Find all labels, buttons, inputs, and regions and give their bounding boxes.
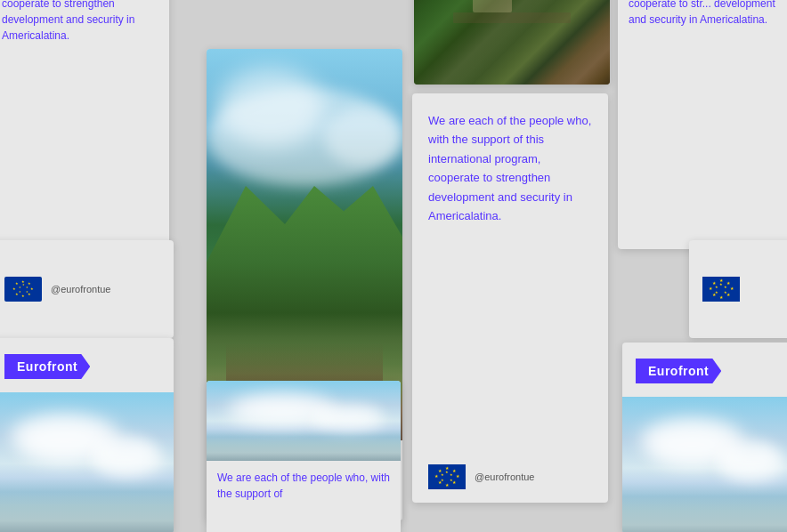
sky-photo-right — [622, 397, 787, 532]
svg-text:★: ★ — [26, 290, 28, 294]
eurofront-badge-right: Eurofront — [636, 359, 721, 383]
social-handle-left: @eurofrontue — [51, 284, 110, 294]
card-top-left: cooperate to strengthen development and … — [0, 0, 169, 249]
card-center-text: We are each of the people who, with the … — [412, 93, 608, 503]
social-handle-center: @eurofrontue — [475, 472, 534, 482]
card-top-right: cooperate to str... development and secu… — [618, 0, 787, 249]
svg-text:★: ★ — [19, 290, 21, 294]
eurofront-badge-left: Eurofront — [4, 354, 90, 379]
bottom-center-paragraph: We are each of the people who, with the … — [217, 470, 390, 502]
svg-text:★: ★ — [28, 281, 31, 286]
svg-text:★: ★ — [724, 286, 727, 289]
bottom-center-text: We are each of the people who, with the … — [207, 461, 401, 511]
eu-flag-center: ★ ★ ★ ★ ★ ★ ★ ★ ★ ★ ★ ★ ★ — [428, 464, 466, 489]
top-left-text: cooperate to strengthen development and … — [2, 0, 158, 44]
svg-text:★: ★ — [724, 291, 727, 294]
svg-text:★: ★ — [450, 479, 453, 482]
svg-text:★: ★ — [719, 283, 723, 286]
svg-text:★: ★ — [441, 479, 444, 482]
aerial-photo — [414, 0, 610, 85]
card-bottom-center: We are each of the people who, with the … — [207, 381, 401, 532]
svg-text:★: ★ — [715, 286, 718, 289]
svg-text:★: ★ — [441, 473, 444, 477]
svg-text:★: ★ — [21, 294, 25, 298]
svg-text:★: ★ — [28, 292, 31, 296]
scene: cooperate to strengthen development and … — [0, 0, 787, 532]
svg-text:★: ★ — [12, 286, 16, 291]
svg-text:★: ★ — [715, 291, 718, 294]
card-mid-right: ★ ★ ★ ★ ★ ★ ★ ★ ★ ★ ★ ★ ★ — [689, 240, 787, 338]
top-right-text: cooperate to str... development and secu… — [629, 0, 785, 28]
card-bottom-right: Eurofront — [622, 343, 787, 532]
svg-text:★: ★ — [22, 283, 25, 286]
sky-photo-bottom — [207, 381, 401, 461]
svg-text:★: ★ — [30, 286, 34, 291]
eu-flag-right: ★ ★ ★ ★ ★ ★ ★ ★ ★ ★ ★ ★ ★ — [702, 277, 740, 302]
card-bottom-left: Eurofront — [0, 338, 174, 532]
svg-text:★: ★ — [450, 473, 453, 477]
card-mid-left: ★ ★ ★ ★ ★ ★ ★ ★ ★ ★ ★ ★ ★ @eurofrontue — [0, 240, 174, 338]
center-footer: ★ ★ ★ ★ ★ ★ ★ ★ ★ ★ ★ ★ ★ — [428, 464, 592, 489]
eu-flag-left: ★ ★ ★ ★ ★ ★ ★ ★ ★ ★ ★ ★ ★ — [4, 277, 42, 302]
center-paragraph: We are each of the people who, with the … — [428, 111, 592, 226]
card-center-top — [414, 0, 610, 85]
svg-text:★: ★ — [26, 286, 28, 289]
svg-text:★: ★ — [19, 286, 21, 289]
center-text-body: We are each of the people who, with the … — [412, 93, 608, 244]
svg-text:★: ★ — [445, 471, 449, 474]
